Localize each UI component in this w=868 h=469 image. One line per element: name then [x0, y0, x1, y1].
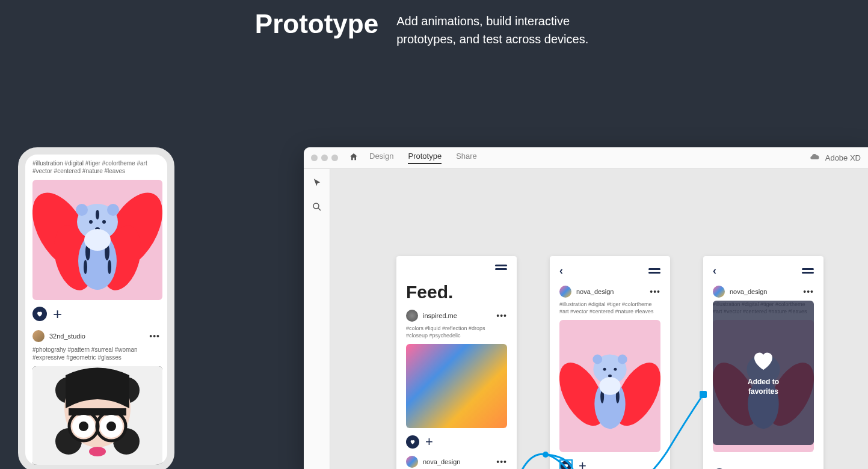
app-brand: Adobe XD	[825, 153, 861, 162]
canvas[interactable]: Feed. inspired.me ••• #colors #liquid #r…	[330, 169, 868, 469]
svg-point-12	[96, 210, 99, 219]
tab-prototype[interactable]: Prototype	[408, 152, 442, 164]
like-button[interactable]	[32, 307, 47, 321]
selection-box[interactable]	[559, 459, 573, 469]
artboard-feed[interactable]: Feed. inspired.me ••• #colors #liquid #r…	[396, 256, 517, 469]
menu-icon[interactable]	[648, 268, 660, 274]
cloud-icon[interactable]	[810, 152, 819, 164]
feed-heading: Feed.	[396, 278, 517, 310]
portrait-illustration	[32, 366, 162, 465]
svg-point-16	[84, 229, 111, 251]
like-button[interactable]	[406, 435, 419, 449]
mode-tabs: Design Prototype Share	[369, 152, 477, 164]
post-tags: #colors #liquid #reflection #drops #clos…	[396, 325, 517, 344]
avatar	[559, 286, 571, 298]
svg-point-6	[76, 204, 88, 216]
menu-icon[interactable]	[495, 265, 507, 270]
svg-point-31	[313, 203, 319, 209]
more-icon[interactable]: •••	[803, 287, 814, 296]
tab-share[interactable]: Share	[456, 152, 477, 164]
avatar	[406, 456, 418, 468]
svg-point-10	[84, 260, 87, 274]
avatar	[713, 286, 725, 298]
favorites-overlay: Added to favorites	[713, 301, 814, 445]
more-icon[interactable]: •••	[496, 457, 507, 467]
post-actions: +	[32, 306, 160, 322]
overlay-line2: favorites	[748, 387, 779, 397]
svg-point-11	[108, 260, 111, 274]
svg-point-30	[89, 447, 106, 456]
artboard-detail[interactable]: ‹ nova_design ••• #illustration #digital…	[550, 256, 670, 469]
svg-line-32	[318, 208, 321, 210]
avatar	[32, 330, 45, 342]
like-button[interactable]	[561, 461, 571, 469]
username: 32nd_studio	[49, 333, 144, 340]
phone-mockup: #illustration #digital #tiger #colorthem…	[18, 147, 174, 469]
left-toolbar	[304, 169, 330, 469]
svg-point-28	[79, 421, 88, 431]
tiger-illustration	[32, 180, 162, 300]
add-button[interactable]: +	[425, 434, 433, 450]
username: nova_design	[730, 288, 798, 295]
tiger-illustration	[559, 320, 660, 452]
svg-point-14	[102, 220, 106, 224]
traffic-lights[interactable]	[311, 155, 338, 161]
svg-point-7	[107, 204, 119, 216]
post-tags: #photograhy #pattern #surreal #woman #ex…	[32, 346, 160, 361]
back-icon[interactable]: ‹	[713, 265, 716, 277]
pointer-icon[interactable]	[312, 177, 322, 191]
hero-title: Prototype	[255, 9, 378, 39]
more-icon[interactable]: •••	[650, 287, 660, 296]
svg-point-13	[89, 220, 93, 224]
svg-point-37	[593, 355, 602, 364]
add-button[interactable]: +	[53, 306, 62, 322]
hero-section: Prototype Add animations, build interact…	[0, 0, 868, 48]
titlebar: Design Prototype Share Adobe XD	[304, 147, 868, 169]
menu-icon[interactable]	[802, 268, 814, 274]
more-icon[interactable]: •••	[496, 311, 507, 320]
svg-point-42	[614, 368, 617, 371]
app-window: Design Prototype Share Adobe XD Feed.	[304, 147, 868, 469]
post-tags: #illustration #digital #tiger #colorthem…	[550, 301, 670, 320]
svg-point-41	[603, 368, 606, 371]
tab-design[interactable]: Design	[369, 152, 393, 164]
overlay-line1: Added to	[748, 378, 779, 387]
add-button[interactable]: +	[579, 458, 586, 469]
username: nova_design	[576, 288, 645, 295]
user-row: 32nd_studio •••	[32, 330, 160, 342]
back-icon[interactable]: ‹	[559, 265, 563, 277]
home-icon[interactable]	[349, 152, 359, 164]
svg-point-43	[608, 375, 612, 378]
hero-description: Add animations, build interactive protot…	[396, 9, 613, 48]
svg-point-38	[618, 355, 627, 364]
svg-point-44	[599, 378, 621, 396]
more-icon[interactable]: •••	[149, 331, 160, 341]
artboard-favorited[interactable]: ‹ nova_design ••• #illustration #digital…	[703, 256, 823, 469]
username: inspired.me	[423, 312, 491, 319]
svg-point-50	[543, 452, 549, 458]
avatar	[406, 310, 418, 322]
liquid-illustration	[406, 344, 507, 428]
post-tags: #illustration #digital #tiger #colorthem…	[32, 159, 160, 175]
username: nova_design	[423, 458, 491, 465]
svg-point-29	[106, 421, 116, 431]
search-icon[interactable]	[312, 201, 322, 215]
